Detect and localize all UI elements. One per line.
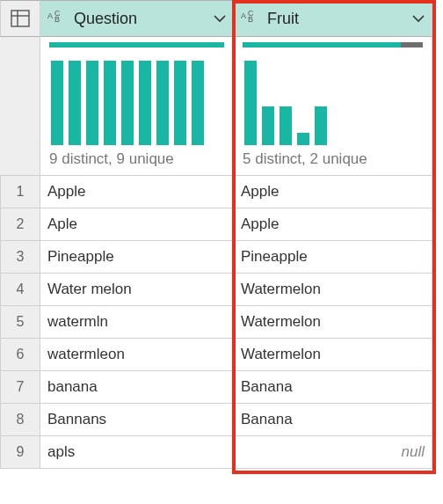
distribution-bar <box>86 61 98 145</box>
quality-bar <box>243 42 423 47</box>
cell-fruit[interactable]: Watermelon <box>234 339 432 371</box>
row-number[interactable]: 4 <box>0 274 40 306</box>
distribution-bar <box>156 61 169 145</box>
data-preview-grid: ABC Question ABC Fruit 9 distinct, 9 uni… <box>0 0 443 469</box>
distribution-bar <box>192 61 204 145</box>
svg-rect-0 <box>11 11 29 26</box>
distribution-bar <box>51 61 63 145</box>
distribution-bar <box>315 106 327 145</box>
cell-fruit[interactable]: Apple <box>234 208 432 241</box>
cell-fruit[interactable]: Apple <box>234 176 432 208</box>
text-type-icon: ABC <box>241 11 262 26</box>
distribution-chart <box>243 56 423 145</box>
null-value: null <box>241 443 425 461</box>
row-number[interactable]: 3 <box>0 241 40 274</box>
svg-text:C: C <box>54 11 61 18</box>
table-icon <box>11 10 30 27</box>
chevron-down-icon <box>410 11 426 26</box>
column-name: Question <box>74 10 137 28</box>
row-number[interactable]: 2 <box>0 208 40 241</box>
cell-question[interactable]: watermleon <box>40 339 234 371</box>
cell-fruit[interactable]: Watermelon <box>234 306 432 339</box>
distribution-bar <box>244 61 257 145</box>
cell-question[interactable]: apls <box>40 436 234 469</box>
column-header-question[interactable]: ABC Question <box>40 0 234 37</box>
distribution-bar <box>174 61 186 145</box>
column-filter-dropdown[interactable] <box>410 11 426 26</box>
row-number[interactable]: 8 <box>0 404 40 436</box>
svg-text:C: C <box>248 11 254 18</box>
cell-question[interactable]: Bannans <box>40 404 234 436</box>
column-filter-dropdown[interactable] <box>212 11 228 26</box>
cell-question[interactable]: Apple <box>40 176 234 208</box>
cell-fruit[interactable]: Pineapple <box>234 241 432 274</box>
cell-question[interactable]: Water melon <box>40 274 234 306</box>
cell-question[interactable]: Aple <box>40 208 234 241</box>
quality-bar <box>49 42 224 47</box>
distribution-bar <box>280 106 292 145</box>
cell-fruit[interactable]: Watermelon <box>234 274 432 306</box>
row-number[interactable]: 6 <box>0 339 40 371</box>
distribution-bar <box>262 106 274 145</box>
row-number[interactable]: 9 <box>0 436 40 469</box>
text-type-icon: ABC <box>47 11 69 26</box>
distribution-bar <box>139 61 151 145</box>
distribution-bar <box>69 61 81 145</box>
cell-question[interactable]: Pineapple <box>40 241 234 274</box>
select-all-corner[interactable] <box>0 0 40 37</box>
distribution-bar <box>121 61 134 145</box>
row-number[interactable]: 1 <box>0 176 40 208</box>
svg-text:A: A <box>241 11 246 20</box>
cell-fruit[interactable]: Banana <box>234 371 432 404</box>
column-name: Fruit <box>267 10 299 28</box>
column-profile-question[interactable]: 9 distinct, 9 unique <box>40 37 234 176</box>
svg-text:A: A <box>47 11 53 20</box>
column-header-fruit[interactable]: ABC Fruit <box>234 0 432 37</box>
cell-fruit[interactable]: null <box>234 436 432 469</box>
cell-question[interactable]: watermln <box>40 306 234 339</box>
cell-question[interactable]: banana <box>40 371 234 404</box>
column-profile-fruit[interactable]: 5 distinct, 2 unique <box>234 37 432 176</box>
distribution-chart <box>49 56 224 145</box>
profile-stats: 5 distinct, 2 unique <box>243 150 423 168</box>
distribution-bar <box>104 61 116 145</box>
distribution-bar <box>297 133 309 145</box>
row-number[interactable]: 7 <box>0 371 40 404</box>
profile-stats: 9 distinct, 9 unique <box>49 150 224 168</box>
chevron-down-icon <box>212 11 228 26</box>
cell-fruit[interactable]: Banana <box>234 404 432 436</box>
profile-row-gutter <box>0 37 40 176</box>
row-number[interactable]: 5 <box>0 306 40 339</box>
